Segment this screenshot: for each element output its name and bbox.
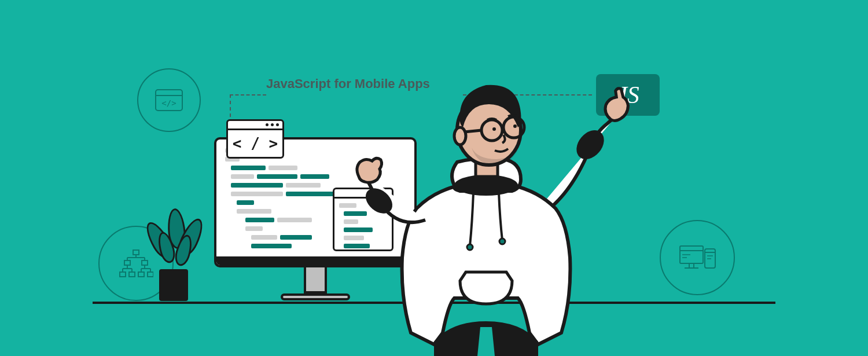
person-illustration	[347, 72, 648, 356]
svg-point-44	[492, 127, 496, 131]
svg-rect-8	[138, 272, 144, 277]
svg-rect-7	[129, 272, 135, 277]
svg-text:</>: </>	[161, 98, 176, 108]
svg-rect-9	[148, 272, 153, 277]
code-window-icon: </>	[137, 68, 201, 132]
plant-pot	[159, 269, 188, 301]
svg-point-34	[467, 244, 473, 250]
svg-point-35	[499, 238, 505, 244]
connector-line	[230, 94, 266, 96]
svg-line-42	[502, 129, 504, 129]
svg-rect-4	[124, 260, 130, 265]
svg-point-39	[454, 127, 466, 145]
svg-rect-3	[133, 250, 139, 255]
svg-rect-6	[120, 272, 126, 277]
svg-rect-24	[689, 263, 694, 268]
code-popup: < / >	[226, 119, 284, 159]
svg-line-43	[464, 130, 481, 132]
devices-icon	[660, 220, 735, 295]
svg-rect-5	[142, 260, 148, 265]
svg-point-45	[513, 124, 517, 128]
